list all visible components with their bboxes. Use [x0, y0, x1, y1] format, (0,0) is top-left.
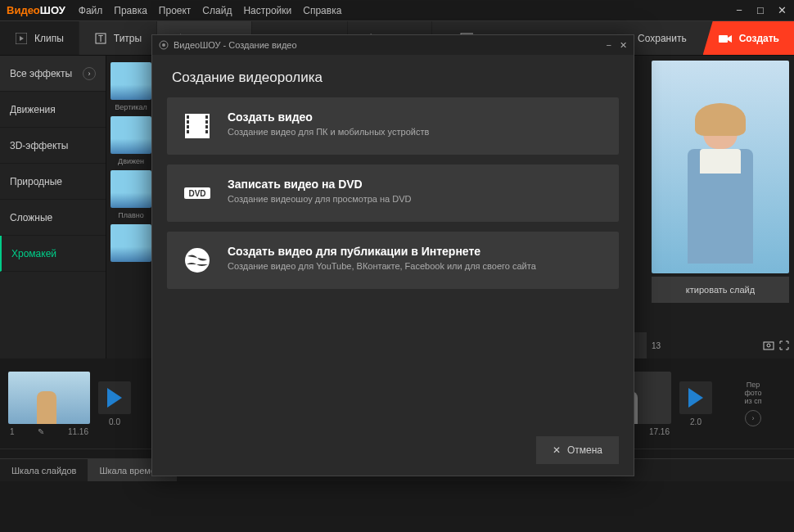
menu-file[interactable]: Файл: [79, 5, 103, 16]
create-button[interactable]: Создать: [703, 21, 794, 55]
option-desc: Создание видео для ПК и мобильных устрой…: [228, 127, 604, 137]
create-label: Создать: [739, 33, 779, 44]
modal-footer: ✕ Отмена: [152, 425, 634, 476]
svg-text:DVD: DVD: [188, 189, 205, 198]
menu-settings[interactable]: Настройки: [243, 5, 291, 16]
svg-point-14: [162, 43, 165, 47]
svg-rect-11: [764, 342, 774, 349]
edit-slide-button[interactable]: ктировать слайд: [652, 277, 789, 303]
add-more-slides[interactable]: Пер фото из сп ›: [720, 381, 786, 426]
tab-clips-label: Клипы: [34, 33, 64, 44]
option-desc: Создание видеошоу для просмотра на DVD: [228, 194, 604, 204]
transition-duration: 2.0: [679, 417, 712, 426]
svg-rect-16: [187, 115, 189, 119]
time-display: 13: [652, 341, 661, 350]
option-title: Создать видео для публикации в Интернете: [228, 245, 604, 258]
option-title: Создать видео: [228, 110, 604, 124]
text-icon: T: [94, 32, 107, 45]
time-bar: 13: [652, 337, 789, 354]
main-menu: Файл Правка Проект Слайд Настройки Справ…: [79, 5, 342, 16]
effect-thumb-2[interactable]: Движен: [110, 116, 152, 165]
effect-thumb-4[interactable]: [110, 224, 152, 265]
svg-rect-19: [187, 130, 189, 133]
slide-preview: [652, 61, 789, 273]
option-internet[interactable]: Создать видео для публикации в Интернете…: [167, 232, 619, 289]
modal-window-title: ВидеоШОУ - Создание видео: [174, 40, 297, 50]
modal-body: Создать видео Создание видео для ПК и мо…: [152, 97, 634, 425]
svg-rect-10: [719, 35, 728, 43]
cancel-button[interactable]: ✕ Отмена: [536, 436, 619, 464]
chevron-right-icon: ›: [745, 410, 761, 426]
effect-thumbs: Вертикал Движен Плавно: [106, 56, 156, 358]
transition-duration: 0.0: [98, 417, 131, 426]
modal-minimize-button[interactable]: −: [607, 40, 611, 51]
close-button[interactable]: ✕: [776, 5, 787, 16]
effects-sidebar: Все эффекты › Движения 3D-эффекты Природ…: [0, 56, 106, 358]
gear-icon: [159, 40, 169, 50]
slide-index: 1: [10, 427, 15, 436]
svg-rect-18: [187, 125, 189, 128]
thumb-label: Движен: [110, 157, 152, 165]
effect-thumb-1[interactable]: Вертикал: [110, 62, 152, 111]
chevron-right-icon: ›: [83, 67, 96, 80]
sidebar-3d[interactable]: 3D-эффекты: [0, 128, 106, 164]
timeline-transition-1[interactable]: 0.0: [98, 381, 131, 426]
option-desc: Создание видео для YouTube, ВКонтакте, F…: [228, 261, 604, 271]
sidebar-nature[interactable]: Природные: [0, 164, 106, 200]
option-create-video[interactable]: Создать видео Создание видео для ПК и мо…: [167, 97, 619, 155]
sidebar-motion[interactable]: Движения: [0, 92, 106, 128]
slide-duration: 17.16: [649, 427, 670, 436]
tab-slide-scale[interactable]: Шкала слайдов: [0, 459, 88, 481]
menu-slide[interactable]: Слайд: [202, 5, 232, 16]
sidebar-all-label: Все эффекты: [10, 68, 72, 79]
thumb-label: Вертикал: [110, 103, 152, 111]
play-icon: [15, 32, 28, 45]
globe-icon: [182, 245, 213, 276]
camera-small-icon[interactable]: [763, 340, 774, 350]
svg-rect-21: [205, 120, 208, 124]
timeline-slide-1[interactable]: 1 ✎ 11.16: [8, 372, 90, 436]
preview-panel: ктировать слайд 13: [647, 56, 794, 358]
timeline-transition-2[interactable]: 2.0: [679, 381, 712, 426]
slide-duration: 11.16: [68, 427, 88, 436]
pencil-icon[interactable]: ✎: [38, 427, 44, 436]
effect-thumb-3[interactable]: Плавно: [110, 170, 152, 219]
camera-icon: [718, 33, 733, 44]
modal-titlebar: ВидеоШОУ - Создание видео − ✕: [152, 35, 634, 55]
svg-point-26: [185, 248, 210, 273]
sidebar-all-effects[interactable]: Все эффекты ›: [0, 56, 106, 92]
svg-rect-20: [205, 115, 208, 119]
minimize-button[interactable]: −: [733, 5, 745, 16]
film-icon: [182, 110, 213, 142]
create-video-modal: ВидеоШОУ - Создание видео − ✕ Создание в…: [151, 34, 634, 476]
sidebar-chroma[interactable]: Хромакей: [0, 236, 106, 272]
sidebar-complex[interactable]: Сложные: [0, 200, 106, 236]
maximize-button[interactable]: □: [755, 5, 766, 16]
menu-help[interactable]: Справка: [303, 5, 341, 16]
option-dvd[interactable]: DVD Записать видео на DVD Создание видео…: [167, 165, 619, 222]
svg-rect-17: [187, 120, 189, 124]
thumb-label: Плавно: [110, 211, 152, 219]
tab-titles[interactable]: T Титры: [79, 21, 157, 55]
menu-edit[interactable]: Правка: [114, 5, 147, 16]
titlebar: ВидеоШОУ Файл Правка Проект Слайд Настро…: [0, 0, 794, 21]
cancel-label: Отмена: [567, 444, 602, 456]
close-icon: ✕: [553, 444, 561, 456]
svg-rect-22: [205, 125, 208, 128]
app-logo: ВидеоШОУ: [7, 4, 65, 16]
modal-header: Создание видеоролика: [152, 55, 634, 97]
menu-project[interactable]: Проект: [159, 5, 192, 16]
svg-text:T: T: [98, 34, 103, 43]
svg-point-12: [767, 344, 770, 347]
dvd-icon: DVD: [182, 178, 213, 209]
fullscreen-icon[interactable]: [779, 340, 789, 350]
modal-close-button[interactable]: ✕: [620, 40, 627, 51]
option-title: Записать видео на DVD: [228, 178, 604, 191]
tab-clips[interactable]: Клипы: [0, 21, 79, 55]
svg-rect-23: [205, 130, 208, 133]
tab-titles-label: Титры: [114, 33, 142, 44]
